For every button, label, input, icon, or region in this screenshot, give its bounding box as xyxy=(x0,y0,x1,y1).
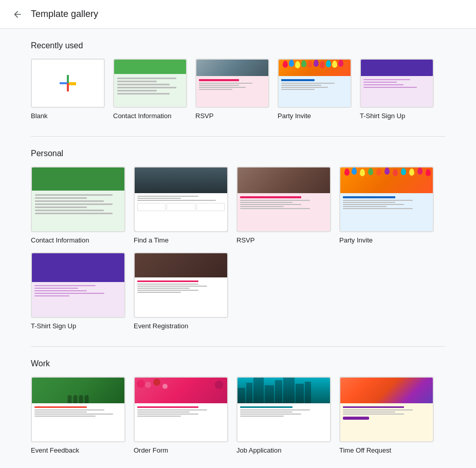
personal-section: Personal xyxy=(31,149,445,330)
template-rsvp-recent[interactable]: RSVP xyxy=(195,59,269,120)
plus-icon xyxy=(56,71,80,96)
template-label-findtime-personal: Find a Time xyxy=(134,236,169,244)
template-blank-recent[interactable]: Blank xyxy=(31,59,105,120)
template-label-blank-recent: Blank xyxy=(31,112,48,120)
header: Template gallery xyxy=(0,0,476,29)
template-rsvp-personal[interactable]: RSVP xyxy=(236,166,331,244)
recently-used-grid: Blank xyxy=(31,59,445,120)
personal-grid: Contact Information xyxy=(31,166,445,330)
template-label-party-personal: Party Invite xyxy=(339,236,373,244)
back-button[interactable] xyxy=(12,9,23,20)
recently-used-title: Recently used xyxy=(31,41,445,50)
template-contact-recent[interactable]: Contact Information xyxy=(113,59,187,120)
template-label-tshirt-recent: T-Shirt Sign Up xyxy=(360,112,405,120)
template-label-event-feedback-work: Event Feedback xyxy=(31,446,79,454)
template-findtime-personal[interactable]: Find a Time xyxy=(134,166,228,244)
template-tshirt-personal[interactable]: T-Shirt Sign Up xyxy=(31,252,125,330)
template-label-event-reg-personal: Event Registration xyxy=(134,322,188,330)
svg-rect-2 xyxy=(67,75,69,83)
work-grid: Event Feedback xyxy=(31,377,445,454)
template-event-feedback-work[interactable]: Event Feedback xyxy=(31,377,125,454)
template-event-reg-personal[interactable]: Event Registration xyxy=(134,252,228,330)
template-tshirt-recent[interactable]: T-Shirt Sign Up xyxy=(360,59,434,120)
template-order-form-work[interactable]: Order Form xyxy=(134,377,228,454)
template-label-contact-personal: Contact Information xyxy=(31,236,89,244)
template-label-contact-recent: Contact Information xyxy=(113,112,171,120)
template-label-rsvp-personal: RSVP xyxy=(236,236,254,244)
template-label-party-recent: Party Invite xyxy=(278,112,311,120)
template-job-app-work[interactable]: Job Application xyxy=(236,377,331,454)
work-section: Work xyxy=(31,359,445,454)
template-label-rsvp-recent: RSVP xyxy=(195,112,213,120)
svg-rect-5 xyxy=(67,83,69,91)
template-party-personal[interactable]: Party Invite xyxy=(339,166,434,244)
recently-used-section: Recently used Bl xyxy=(31,41,445,120)
template-time-off-work[interactable]: Time Off Request xyxy=(339,377,434,454)
personal-title: Personal xyxy=(31,149,445,158)
svg-rect-4 xyxy=(68,83,76,85)
svg-rect-3 xyxy=(60,82,68,84)
template-label-job-app-work: Job Application xyxy=(236,446,281,454)
template-label-tshirt-personal: T-Shirt Sign Up xyxy=(31,322,76,330)
template-label-order-form-work: Order Form xyxy=(134,446,168,454)
page-title: Template gallery xyxy=(31,9,98,20)
work-title: Work xyxy=(31,359,445,368)
template-label-time-off-work: Time Off Request xyxy=(339,446,391,454)
template-party-recent[interactable]: Party Invite xyxy=(278,59,352,120)
template-contact-personal[interactable]: Contact Information xyxy=(31,166,125,244)
